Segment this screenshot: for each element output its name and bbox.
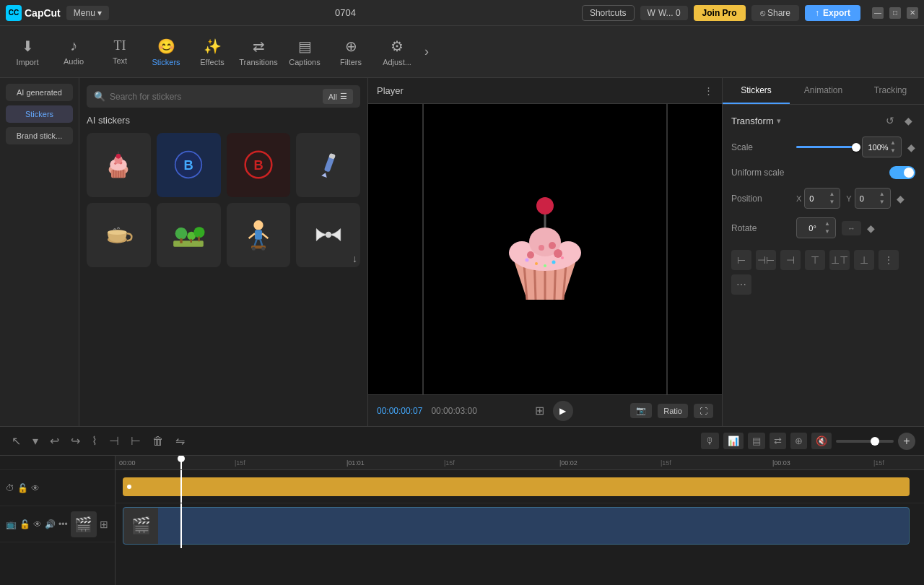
position-keyframe-button[interactable]: ◆	[897, 193, 905, 204]
join-pro-button[interactable]: Join Pro	[694, 5, 746, 21]
tool-adjust[interactable]: ⚙ Adjust...	[375, 30, 419, 74]
sticker-park[interactable]	[157, 203, 221, 267]
sticker-tea-cup[interactable]	[87, 203, 151, 267]
lock-icon[interactable]: 🔓	[17, 483, 28, 493]
distribute-v-button[interactable]: ⋯	[731, 274, 751, 295]
toolbar-expand-icon[interactable]: ›	[424, 44, 429, 59]
video-clip[interactable]: 🎬	[123, 507, 910, 545]
align-left-button[interactable]: ⊢	[731, 250, 751, 270]
sidebar-stickers[interactable]: Stickers	[6, 105, 73, 123]
tool-transitions[interactable]: ⇄ Transitions	[237, 30, 280, 74]
tool-audio[interactable]: ♪ Audio	[52, 30, 95, 74]
tool-import[interactable]: ⬇ Import	[6, 30, 49, 74]
scale-value[interactable]: 100% ▲ ▼	[862, 136, 902, 157]
filter-button[interactable]: All ☰	[323, 89, 353, 104]
zoom-slider[interactable]	[836, 440, 894, 443]
sidebar-brand-stickers[interactable]: Brand stick...	[6, 127, 73, 144]
fullscreen-button[interactable]: ⛶	[694, 404, 713, 418]
tl-btn-3[interactable]: ⊕	[790, 433, 807, 449]
sticker-bow[interactable]: ↓	[296, 203, 360, 267]
select-tool-button[interactable]: ↖	[9, 431, 24, 451]
video-lock-icon[interactable]: 🔓	[19, 519, 30, 529]
video-volume-icon[interactable]: 🔊	[45, 519, 56, 529]
workspace-button[interactable]: W W... 0	[640, 6, 688, 20]
video-monitor-icon[interactable]: 📺	[6, 519, 17, 529]
transform-collapse-icon[interactable]: ▾	[777, 116, 781, 126]
rotate-down-button[interactable]: ▼	[824, 228, 831, 235]
align-center-h-button[interactable]: ⊣⊢	[756, 250, 776, 270]
clock-icon[interactable]: ⏱	[6, 483, 14, 493]
delete-button[interactable]: 🗑	[149, 432, 167, 451]
maximize-button[interactable]: □	[889, 7, 901, 19]
scale-up-button[interactable]: ▲	[889, 139, 897, 147]
rotate-stepper[interactable]: ▲ ▼	[824, 220, 831, 235]
ratio-button[interactable]: Ratio	[658, 404, 688, 418]
scale-keyframe-button[interactable]: ◆	[907, 142, 915, 153]
video-eye-icon[interactable]: 👁	[33, 519, 42, 529]
tab-stickers[interactable]: Stickers	[723, 78, 790, 104]
redo-button[interactable]: ↪	[68, 431, 83, 451]
sticker-pen[interactable]	[296, 133, 360, 197]
shortcuts-button[interactable]: Shortcuts	[582, 5, 635, 21]
align-center-v-button[interactable]: ⊥⊤	[829, 250, 850, 270]
track-volume-button[interactable]: 📊	[723, 433, 744, 449]
tl-btn-1[interactable]: ▤	[748, 433, 765, 449]
split-button[interactable]: ⌇	[89, 431, 100, 451]
search-input[interactable]	[110, 92, 318, 102]
y-stepper[interactable]: ▲ ▼	[879, 191, 886, 206]
x-down-button[interactable]: ▼	[828, 199, 835, 206]
align-bottom-button[interactable]: ⊥	[854, 250, 874, 270]
tool-effects[interactable]: ✨ Effects	[191, 30, 234, 74]
rotate-keyframe-button[interactable]: ◆	[867, 222, 875, 234]
eye-icon[interactable]: 👁	[31, 483, 40, 493]
split-tail-button[interactable]: ⊢	[128, 431, 144, 451]
minimize-button[interactable]: —	[872, 7, 884, 19]
sticker-clip[interactable]	[123, 477, 910, 496]
tool-text[interactable]: TI Text	[98, 30, 141, 74]
add-track-button[interactable]: +	[898, 433, 915, 450]
position-x-input[interactable]: 0 ▲ ▼	[804, 188, 840, 209]
tool-captions[interactable]: ▤ Captions	[283, 30, 326, 74]
flip-button[interactable]: ↔	[842, 221, 861, 235]
uniform-scale-toggle[interactable]	[889, 166, 915, 179]
tool-stickers[interactable]: 😊 Stickers	[144, 30, 188, 74]
tl-dropdown-button[interactable]: ▾	[30, 431, 41, 451]
align-top-button[interactable]: ⊤	[805, 250, 825, 270]
sticker-boy-skate[interactable]	[227, 203, 291, 267]
split-head-button[interactable]: ⊣	[106, 431, 122, 451]
position-y-input[interactable]: 0 ▲ ▼	[855, 188, 891, 209]
mirror-button[interactable]: ⇋	[173, 431, 188, 451]
menu-button[interactable]: Menu ▾	[66, 6, 109, 20]
play-button[interactable]: ▶	[553, 401, 573, 421]
close-button[interactable]: ✕	[907, 7, 918, 19]
player-menu-icon[interactable]: ⋮	[704, 85, 713, 96]
export-button[interactable]: ↑ Export	[805, 5, 860, 21]
scale-stepper[interactable]: ▲ ▼	[889, 139, 897, 155]
tab-animation[interactable]: Animation	[790, 78, 857, 104]
video-more-icon[interactable]: •••	[58, 519, 68, 529]
tool-filters[interactable]: ⊕ Filters	[329, 30, 372, 74]
scale-slider[interactable]	[796, 146, 856, 148]
sticker-cupcake[interactable]	[87, 133, 151, 197]
tab-tracking[interactable]: Tracking	[857, 78, 924, 104]
rotate-value[interactable]: 0° ▲ ▼	[796, 217, 836, 238]
playhead[interactable]	[180, 456, 182, 469]
x-up-button[interactable]: ▲	[828, 191, 835, 198]
scale-down-button[interactable]: ▼	[889, 147, 897, 155]
mic-button[interactable]: 🎙	[701, 433, 719, 449]
video-extra-icon[interactable]: ⊞	[100, 519, 108, 530]
y-down-button[interactable]: ▼	[879, 199, 886, 206]
x-stepper[interactable]: ▲ ▼	[828, 191, 835, 206]
undo-button[interactable]: ↩	[47, 431, 62, 451]
share-button[interactable]: ⎋ Share	[751, 5, 799, 21]
rotate-up-button[interactable]: ▲	[824, 220, 831, 228]
tl-btn-2[interactable]: ⇄	[770, 433, 786, 449]
sticker-b-circle[interactable]: B	[157, 133, 221, 197]
reset-button[interactable]: ↺	[883, 113, 897, 128]
align-right-button[interactable]: ⊣	[780, 250, 801, 270]
tl-btn-4[interactable]: 🔇	[811, 433, 832, 449]
y-up-button[interactable]: ▲	[879, 191, 886, 198]
keyframe-button[interactable]: ◆	[902, 113, 915, 128]
grid-icon[interactable]: ⊞	[535, 404, 544, 417]
distribute-h-button[interactable]: ⋮	[879, 250, 899, 270]
